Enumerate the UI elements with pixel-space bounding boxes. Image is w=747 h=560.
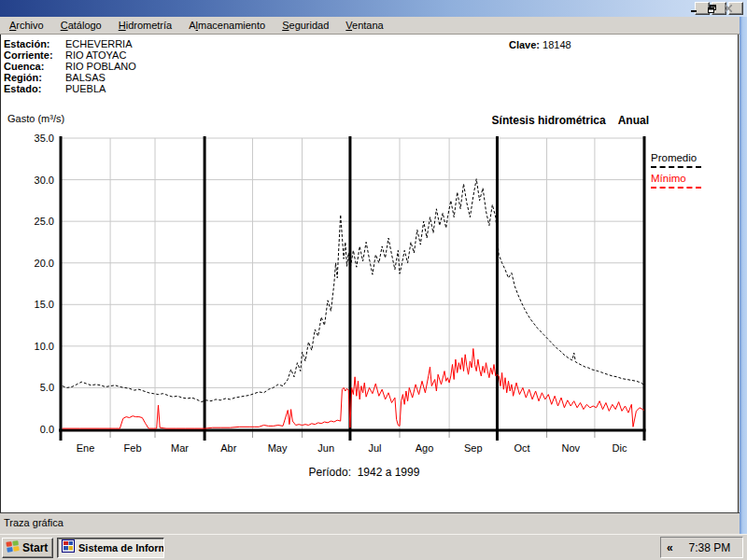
svg-text:Abr: Abr	[220, 442, 236, 454]
svg-text:Ago: Ago	[416, 442, 434, 454]
svg-text:20.0: 20.0	[35, 258, 54, 269]
legend-line-sample	[651, 166, 701, 168]
windows-logo-icon	[6, 539, 20, 556]
legend-label: Promedio	[651, 152, 701, 163]
legend-mínimo: Mínimo	[651, 173, 701, 189]
task-button-label: Sistema de Informaci...	[78, 542, 164, 553]
status-bar: Traza gráfica	[0, 512, 740, 534]
svg-text:10.0: 10.0	[35, 341, 54, 352]
app-icon	[62, 539, 75, 556]
status-text: Traza gráfica	[4, 517, 63, 528]
legend-label: Mínimo	[651, 173, 701, 184]
svg-text:Nov: Nov	[561, 442, 580, 454]
system-tray: « 7:38 PM	[660, 537, 743, 558]
taskbar-task-button[interactable]: Sistema de Informaci...	[57, 538, 164, 558]
svg-text:May: May	[268, 442, 288, 454]
svg-text:Mar: Mar	[171, 442, 189, 454]
tray-clock: 7:38 PM	[684, 541, 735, 554]
axis-labels: 0.05.010.015.020.025.030.035.0EneFebMarA…	[35, 133, 627, 454]
taskbar: Start Sistema de Informaci... « 7:38 PM	[0, 534, 747, 560]
svg-text:Dic: Dic	[613, 442, 627, 454]
svg-text:15.0: 15.0	[35, 299, 54, 310]
tray-chevron-button[interactable]: «	[667, 541, 673, 554]
axes	[59, 136, 646, 441]
legend-promedio: Promedio	[651, 152, 701, 168]
start-button-label: Start	[22, 541, 48, 554]
period-label: Período: 1942 a 1999	[224, 466, 504, 479]
svg-text:Jul: Jul	[368, 442, 381, 454]
svg-text:5.0: 5.0	[40, 382, 54, 393]
legend-line-sample	[651, 187, 701, 189]
svg-text:Oct: Oct	[514, 442, 529, 454]
svg-text:Jun: Jun	[317, 442, 334, 454]
svg-text:Sep: Sep	[464, 442, 483, 454]
svg-text:25.0: 25.0	[35, 216, 54, 227]
start-button[interactable]: Start	[2, 538, 53, 558]
svg-text:35.0: 35.0	[35, 133, 54, 144]
svg-text:Feb: Feb	[124, 442, 142, 454]
svg-text:0.0: 0.0	[40, 424, 54, 435]
svg-text:30.0: 30.0	[35, 175, 54, 186]
promedio-line	[63, 179, 644, 402]
chart-legend: PromedioMínimo	[651, 152, 701, 193]
svg-text:Ene: Ene	[77, 442, 95, 454]
mínimo-line	[63, 349, 644, 429]
